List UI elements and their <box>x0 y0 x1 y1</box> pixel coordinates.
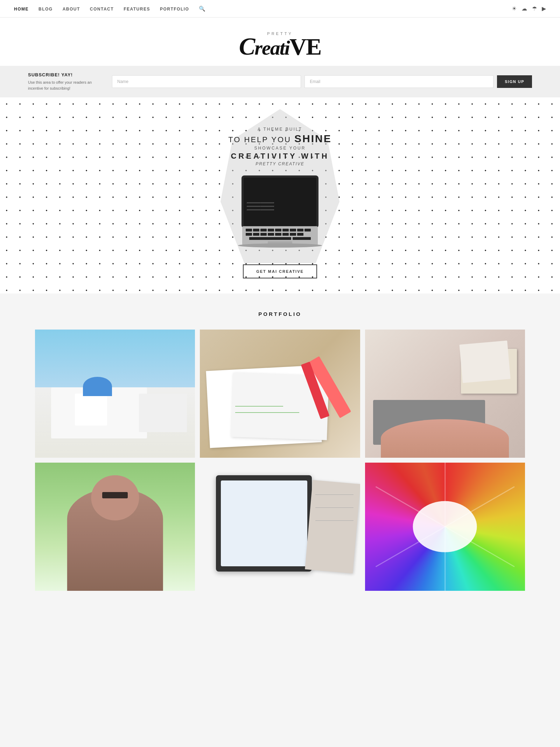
instagram-icon[interactable]: ☂ <box>532 5 537 12</box>
hero-line1: A THEME BUILT <box>228 127 332 132</box>
portfolio-item-5[interactable] <box>200 463 360 591</box>
subscribe-form: SIGN UP <box>112 75 532 88</box>
laptop-illustration: ########################## #############… <box>227 172 332 250</box>
svg-text:##########################: ########################## <box>247 202 274 204</box>
portfolio-item-2[interactable] <box>200 330 360 458</box>
svg-rect-5 <box>260 229 267 231</box>
hero-line5: PRETTY CREATIVE <box>228 161 332 166</box>
nav-item-about[interactable]: ABOUT <box>63 6 80 12</box>
svg-rect-20 <box>249 237 291 240</box>
facebook-icon[interactable]: ☀ <box>512 5 517 12</box>
hero-line3: SHOWCASE YOUR <box>228 146 332 151</box>
svg-text:##########################: ########################## <box>247 205 274 207</box>
nav-item-contact[interactable]: CONTACT <box>90 6 114 12</box>
logo-creative: CreatiVE <box>239 34 321 59</box>
svg-line-31 <box>376 527 445 567</box>
nav-item-blog[interactable]: BLOG <box>38 6 53 12</box>
social-links: ☀ ☁ ☂ ▶ <box>512 5 546 12</box>
svg-rect-14 <box>260 233 267 236</box>
hero-line2: TO HELP YOU SHINE <box>228 133 332 145</box>
hero-section: A THEME BUILT TO HELP YOU SHINE SHOWCASE… <box>0 97 560 293</box>
svg-rect-15 <box>268 233 274 236</box>
svg-point-23 <box>238 243 322 248</box>
subscribe-title: SUBSCRIBE! YAY! <box>28 72 105 77</box>
youtube-icon[interactable]: ▶ <box>542 5 546 12</box>
portfolio-item-4[interactable] <box>35 463 195 591</box>
nav-item-features[interactable]: FEATURES <box>124 6 150 12</box>
portfolio-section: PORTFOLIO <box>0 293 560 608</box>
main-nav: HOME BLOG ABOUT CONTACT FEATURES PORTFOL… <box>0 0 560 18</box>
portfolio-title: PORTFOLIO <box>35 311 525 317</box>
portfolio-item-6[interactable] <box>365 463 525 591</box>
svg-line-32 <box>376 486 445 526</box>
svg-rect-6 <box>268 229 274 231</box>
svg-rect-4 <box>253 229 259 231</box>
portfolio-grid <box>35 330 525 591</box>
svg-line-28 <box>445 486 514 526</box>
portfolio-item-3[interactable] <box>365 330 525 458</box>
get-mai-creative-button[interactable]: GET MAI CREATIVE <box>243 264 317 278</box>
svg-rect-12 <box>246 233 252 236</box>
hero-line4: CREATIVITY WITH <box>228 152 332 161</box>
svg-rect-17 <box>282 233 289 236</box>
hero-cta-area: GET MAI CREATIVE <box>243 264 317 278</box>
nav-item-home[interactable]: HOME <box>14 6 29 12</box>
subscribe-text-area: SUBSCRIBE! YAY! Use this area to offer y… <box>28 72 105 91</box>
svg-rect-11 <box>304 229 311 231</box>
svg-rect-19 <box>297 233 303 236</box>
svg-line-29 <box>445 527 514 567</box>
nav-links: HOME BLOG ABOUT CONTACT FEATURES PORTFOL… <box>14 6 205 12</box>
svg-rect-7 <box>275 229 281 231</box>
subscribe-bar: SUBSCRIBE! YAY! Use this area to offer y… <box>0 66 560 97</box>
svg-rect-18 <box>290 233 296 236</box>
svg-rect-3 <box>246 229 252 231</box>
nav-item-portfolio[interactable]: PORTFOLIO <box>160 6 189 12</box>
twitter-icon[interactable]: ☁ <box>522 5 527 12</box>
name-input[interactable] <box>112 75 301 88</box>
svg-rect-10 <box>297 229 303 231</box>
signup-button[interactable]: SIGN UP <box>497 75 532 88</box>
svg-text:##########################: ########################## <box>247 209 274 211</box>
logo-area: PRETTY CreatiVE <box>0 18 560 66</box>
svg-rect-8 <box>282 229 289 231</box>
svg-rect-9 <box>290 229 296 231</box>
svg-rect-21 <box>293 237 311 240</box>
search-icon[interactable]: 🔍 <box>199 6 205 12</box>
email-input[interactable] <box>304 75 493 88</box>
svg-rect-13 <box>253 233 259 236</box>
subscribe-description: Use this area to offer your readers an i… <box>28 79 105 91</box>
hero-content: A THEME BUILT TO HELP YOU SHINE SHOWCASE… <box>227 99 332 292</box>
portfolio-item-1[interactable] <box>35 330 195 458</box>
svg-rect-16 <box>275 233 281 236</box>
